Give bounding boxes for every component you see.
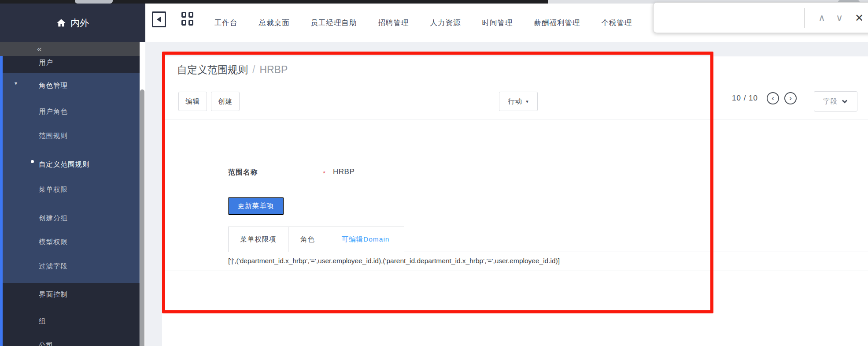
- sidebar-expanded-section: [0, 73, 140, 283]
- annotation-rectangle: [162, 52, 713, 313]
- nav-item-payroll-benefits[interactable]: 薪酬福利管理: [534, 18, 580, 28]
- pager-prev-button[interactable]: ‹: [767, 92, 779, 104]
- nav-item-employee-manager-self-service[interactable]: 员工经理自助: [311, 18, 357, 28]
- sidebar-item-groups[interactable]: 组: [39, 317, 46, 326]
- nav-item-hr[interactable]: 人力资源: [430, 18, 461, 28]
- notebook-tabs: 菜单权限项 角色 可编辑Domain: [228, 227, 404, 252]
- breadcrumb-parent[interactable]: 自定义范围规则: [177, 63, 248, 77]
- nav-item-workbench[interactable]: 工作台: [214, 18, 238, 28]
- brand-header[interactable]: 内外: [0, 4, 145, 42]
- sidebar-item-role-management[interactable]: 角色管理: [39, 81, 68, 90]
- grid-square: [188, 20, 193, 26]
- tab-menu-permission-items[interactable]: 菜单权限项: [228, 227, 288, 252]
- breadcrumb-separator: /: [252, 64, 255, 76]
- find-bar-divider: [804, 8, 805, 28]
- sidebar-collapse-row[interactable]: «: [0, 42, 140, 56]
- chevron-left-icon: ‹: [772, 94, 774, 103]
- pager-next-button[interactable]: ›: [784, 92, 797, 104]
- sidebar-scrollbar-thumb[interactable]: [140, 89, 144, 346]
- active-item-bullet: [31, 160, 34, 163]
- top-nav: 工作台 总裁桌面 员工经理自助 招聘管理 人力资源 时间管理 薪酬福利管理 个税…: [214, 4, 661, 42]
- sidebar-item-create-groups[interactable]: 创建分组: [39, 214, 68, 223]
- fields-dropdown-button[interactable]: 字段: [814, 91, 857, 112]
- sidebar-accent-stripe: [0, 56, 3, 346]
- pager-count: 10 / 10: [732, 94, 758, 103]
- grid-square: [181, 20, 186, 26]
- sidebar-item-user-roles[interactable]: 用户角色: [39, 107, 68, 116]
- sidebar-item-custom-scope-rules[interactable]: 自定义范围规则: [39, 160, 90, 169]
- sidebar-item-users[interactable]: 用户: [39, 58, 53, 67]
- sidebar-item-menu-permissions[interactable]: 菜单权限: [39, 185, 68, 194]
- action-label: 行动: [508, 97, 522, 106]
- control-panel-divider: [162, 119, 868, 119]
- breadcrumb: 自定义范围规则 / HRBP: [177, 63, 288, 77]
- sidebar-item-scope-rules[interactable]: 范围规则: [39, 131, 68, 141]
- find-bar[interactable]: ∧ ∨ ✕: [653, 2, 868, 33]
- sidebar-item-filter-fields[interactable]: 过滤字段: [39, 262, 68, 271]
- grid-square: [188, 12, 193, 18]
- find-next-icon[interactable]: ∨: [831, 3, 848, 33]
- brand-label: 内外: [70, 17, 89, 29]
- nav-item-tax[interactable]: 个税管理: [602, 18, 632, 28]
- browser-tab-edge: [75, 0, 113, 4]
- double-chevron-up-icon: «: [37, 44, 42, 54]
- scope-name-label: 范围名称: [228, 168, 258, 177]
- caret-down-icon: ▾: [526, 99, 529, 104]
- control-panel-buttons: 编辑 创建: [178, 92, 240, 111]
- sidebar-item-ui-control[interactable]: 界面控制: [39, 290, 68, 299]
- sidebar-item-company[interactable]: 公司: [39, 341, 53, 346]
- domain-expression-value: ['|',('department_id.x_hrbp','=',user.em…: [228, 257, 560, 265]
- update-menu-items-button[interactable]: 更新菜单项: [228, 197, 284, 215]
- scope-name-value: HRBP: [333, 167, 355, 176]
- breadcrumb-current: HRBP: [259, 64, 288, 76]
- nav-item-ceo-desktop[interactable]: 总裁桌面: [259, 18, 290, 28]
- app-window: 内外 工作台 总裁桌面 员工经理自助 招聘管理 人力资源 时间管理 薪酬福利管理…: [0, 0, 868, 346]
- collapse-panel-icon[interactable]: [152, 11, 166, 27]
- record-pager: 10 / 10 ‹ ›: [732, 92, 797, 104]
- chevron-right-icon: ›: [789, 94, 792, 103]
- edit-button[interactable]: 编辑: [178, 92, 207, 111]
- tab-roles[interactable]: 角色: [288, 227, 327, 252]
- tab-editable-domain[interactable]: 可编辑Domain: [327, 227, 404, 252]
- find-close-icon[interactable]: ✕: [850, 3, 868, 33]
- nav-item-recruiting[interactable]: 招聘管理: [378, 18, 409, 28]
- caret-down-icon: ▾: [15, 80, 17, 86]
- content-top-band: [145, 42, 868, 56]
- grid-square: [181, 12, 186, 18]
- apps-grid-icon[interactable]: [181, 12, 195, 26]
- chevron-down-icon: [841, 98, 848, 105]
- domain-row-divider: [162, 271, 868, 271]
- left-triangle-icon: [157, 16, 161, 22]
- tabs-bottom-border: [404, 252, 868, 252]
- fields-label: 字段: [823, 97, 838, 106]
- nav-item-time-management[interactable]: 时间管理: [482, 18, 513, 28]
- create-button[interactable]: 创建: [211, 92, 240, 111]
- home-icon: [56, 18, 66, 28]
- required-asterisk: *: [323, 169, 325, 177]
- action-dropdown-button[interactable]: 行动 ▾: [499, 92, 538, 111]
- find-previous-icon[interactable]: ∧: [813, 3, 831, 33]
- content-left-gutter: [145, 42, 162, 346]
- sidebar-item-model-permissions[interactable]: 模型权限: [39, 238, 68, 247]
